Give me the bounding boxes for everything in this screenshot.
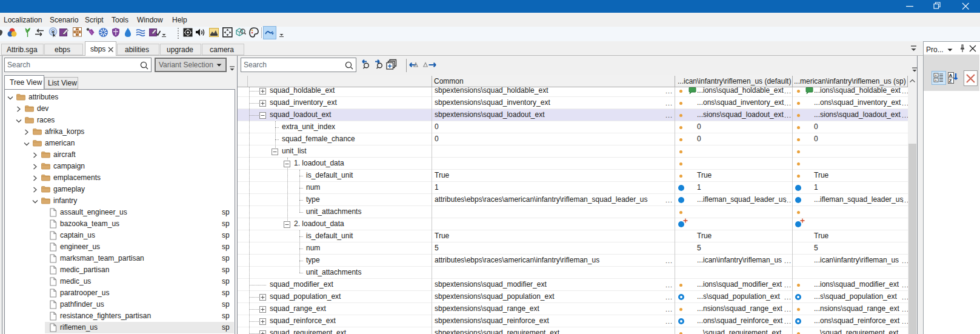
- svg-text:Z: Z: [949, 78, 952, 84]
- svg-text:+: +: [935, 73, 937, 78]
- svg-text:A: A: [949, 73, 953, 78]
- svg-text:+: +: [935, 78, 937, 82]
